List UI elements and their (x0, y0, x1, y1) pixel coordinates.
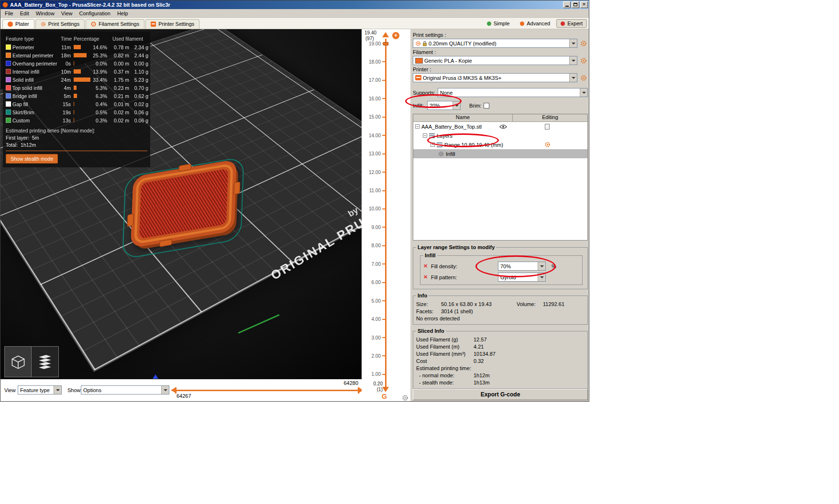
layer-tick: 12.00 (362, 170, 388, 175)
tab-plater[interactable]: Plater (2, 19, 34, 29)
layer-slider-lower-handle[interactable] (382, 387, 389, 392)
legend-header: Feature type Time Percentage Used filame… (6, 34, 147, 43)
sliced-info-row: Cost 0.32 (416, 358, 585, 364)
legend-row: Custom 13s 0.3% 0.02 m 0.06 g (6, 116, 147, 124)
edit-print-settings-gear-button[interactable] (579, 39, 588, 48)
layers-icon (429, 133, 435, 138)
layer-tick: 17.00 (362, 78, 388, 83)
layer-range-icon (437, 142, 442, 147)
prusaslicer-window: AAA_Battery_Box_Top - PrusaSlicer-2.4.2 … (0, 0, 589, 402)
chevron-down-icon (569, 56, 577, 65)
sliced-info-row: - stealth mode: 1h13m (416, 380, 585, 385)
feature-color-chip (6, 101, 11, 107)
remove-setting-icon[interactable]: ✕ (423, 263, 429, 269)
fill-pattern-select[interactable]: Gyroid (498, 273, 546, 282)
slider-settings-gear-icon[interactable] (402, 394, 408, 401)
tree-row-infill[interactable]: Infill (413, 149, 587, 158)
layer-range-settings-group: Layer range Settings to modify Infill ✕ … (413, 244, 588, 289)
hslider-right-value: 64280 (334, 380, 358, 386)
tab-filament-settings[interactable]: Filament Settings (86, 19, 144, 29)
supports-label: Supports: (413, 90, 436, 96)
tree-row-layer-range[interactable]: − Range 10.80-19.40 (mm) (413, 140, 587, 149)
sliced-info-rows: Used Filament (g) 12.57 Used Filament (m… (416, 337, 585, 364)
view-3d-button[interactable] (4, 346, 32, 377)
edit-printer-gear-button[interactable] (579, 74, 588, 82)
sliced-info-group: Sliced Info Used Filament (g) 12.57 Used… (413, 328, 588, 389)
tree-row-object[interactable]: − AAA_Battery_Box_Top.stl (413, 122, 587, 131)
menu-window[interactable]: Window (33, 10, 58, 17)
collapse-toggle[interactable]: − (423, 133, 427, 138)
info-group: Info Size: 50.16 x 63.80 x 19.43 Volume:… (413, 293, 588, 325)
printer-select[interactable]: Original Prusa i3 MK3S & MK3S+ (413, 73, 577, 82)
filament-select[interactable]: Generic PLA - Kopie (413, 56, 577, 65)
layer-slider-upper-handle[interactable] (382, 32, 389, 37)
legend-row: Internal infill 10m 13.9% 0.37 m 1.10 g (6, 67, 147, 76)
layer-slider-top-height: 19.40 (364, 30, 376, 35)
view-type-select[interactable]: Feature type (18, 385, 62, 394)
range-settings-gear-icon[interactable] (544, 142, 551, 148)
tree-row-layers[interactable]: − Layers (413, 131, 587, 140)
chevron-down-icon (538, 273, 545, 281)
edit-filament-gear-button[interactable] (579, 56, 588, 65)
brim-checkbox[interactable] (484, 103, 489, 109)
mode-expert[interactable]: Expert (556, 19, 587, 28)
gcode-move-slider[interactable] (175, 390, 359, 391)
print-settings-label: Print settings : (413, 32, 588, 38)
editing-page-icon[interactable] (545, 124, 550, 130)
hslider-left-value: 64267 (177, 393, 191, 399)
add-color-change-icon[interactable]: + (392, 32, 399, 39)
collapse-toggle[interactable]: − (431, 142, 435, 147)
fill-density-label: Fill density: (431, 263, 496, 269)
close-button[interactable]: ✕ (580, 1, 588, 8)
layer-tick: 14.00 (362, 133, 388, 138)
eye-icon[interactable] (499, 124, 507, 129)
view-label: View (4, 387, 16, 393)
legend-rows: Perimeter 11m 14.6% 0.78 m 2.34 g Extern… (6, 43, 147, 124)
layer-slider-column: 19.40 (97) + 19.0018.0017.0016.0015.0014… (362, 29, 410, 402)
window-title: AAA_Battery_Box_Top - PrusaSlicer-2.4.2 … (10, 2, 563, 8)
remove-setting-icon[interactable]: ✕ (423, 274, 429, 280)
menu-edit[interactable]: Edit (17, 10, 33, 17)
maximize-button[interactable] (572, 1, 579, 8)
collapse-toggle[interactable]: − (415, 124, 420, 129)
minimize-button[interactable] (563, 1, 571, 8)
layer-tick: 1.00 (362, 372, 388, 377)
viewport-3d[interactable]: ORIGINAL PRUSA i3 by Feature type Time P… (0, 29, 362, 379)
layer-tick: 13.00 (362, 152, 388, 156)
layer-tick: 19.00 (362, 41, 388, 46)
print-settings-select[interactable]: 0.20mm QUALITY (modified) (413, 39, 577, 48)
tab-printer-settings[interactable]: Printer Settings (145, 19, 199, 29)
object-tree: Name Editing − AAA_Battery_Box_Top.stl −… (413, 114, 588, 241)
right-settings-panel: Print settings : 0.20mm QUALITY (modifie… (410, 29, 589, 402)
menu-file[interactable]: File (1, 10, 17, 17)
layer-tick: 6.00 (362, 280, 388, 285)
title-bar: AAA_Battery_Box_Top - PrusaSlicer-2.4.2 … (0, 0, 589, 9)
filament-color-swatch (415, 58, 423, 64)
menu-configuration[interactable]: Configuration (76, 10, 113, 17)
mode-advanced[interactable]: Advanced (516, 19, 554, 28)
facets-label: Facets: (416, 308, 441, 314)
view-layers-button[interactable] (32, 346, 59, 377)
chevron-down-icon (538, 262, 545, 270)
menu-help[interactable]: Help (114, 10, 132, 17)
menu-view[interactable]: View (58, 10, 76, 17)
tab-print-settings[interactable]: Print Settings (35, 19, 85, 29)
preset-gear-icon (415, 41, 421, 46)
layer-tick: 8.00 (362, 243, 388, 248)
layer-slider-bottom-count: (1) (371, 387, 383, 392)
infill-density-select[interactable]: 20% (427, 101, 461, 110)
chevron-down-icon (569, 39, 577, 47)
export-gcode-button[interactable]: Export G-code (413, 389, 588, 400)
legend-row: Solid infill 24m 33.4% 1.75 m 5.23 g (6, 76, 147, 84)
show-options-select[interactable]: Options (81, 385, 169, 394)
show-stealth-mode-button[interactable]: Show stealth mode (6, 154, 58, 164)
first-layer-row: First layer: 5m (6, 135, 147, 141)
supports-select[interactable]: None (438, 88, 588, 97)
layer-tick: 2.00 (362, 353, 388, 358)
fill-density-input[interactable]: 70% (498, 262, 546, 271)
mode-simple[interactable]: Simple (483, 19, 514, 28)
chevron-down-icon (580, 88, 587, 97)
model-clip (127, 214, 133, 227)
filament-spool-icon (91, 22, 96, 27)
legend-row: Skirt/Brim 19s 0.5% 0.02 m 0.06 g (6, 108, 147, 116)
